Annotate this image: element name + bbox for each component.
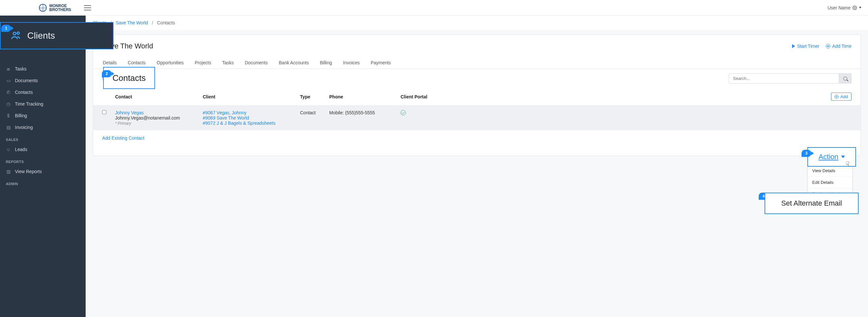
sidebar-section-admin: ADMIN (0, 177, 86, 188)
dollar-icon: $ (6, 113, 11, 118)
search-input[interactable] (729, 74, 839, 84)
clock-icon: ◷ (6, 101, 11, 107)
sidebar-item-view-reports[interactable]: ▥ View Reports (0, 166, 86, 177)
sidebar-section-reports: REPORTS (0, 155, 86, 166)
chart-icon: ▥ (6, 169, 11, 174)
sidebar-item-invoicing[interactable]: ▤ Invoicing (0, 121, 86, 133)
main-content: Clients / Save The World / Contacts Save… (86, 16, 868, 317)
user-name: User Name (828, 5, 850, 10)
document-icon: ▤ (6, 125, 11, 130)
brand-line2: BROTHERS (49, 8, 71, 12)
row-type: Contact (300, 110, 329, 115)
callout-set-alternate-email[interactable]: Set Alternate Email (765, 193, 859, 214)
tab-projects[interactable]: Projects (194, 57, 212, 68)
col-contact: Contact (115, 94, 203, 99)
tab-invoices[interactable]: Invoices (343, 57, 360, 68)
brand-logo: MONROE BROTHERS (39, 4, 71, 12)
list-icon: ≣ (6, 66, 11, 71)
sidebar-item-billing[interactable]: $ Billing (0, 110, 86, 121)
contact-email: Johnny.Vegas@notanemail.com (115, 115, 180, 120)
brand-line1: MONROE (49, 4, 71, 8)
tab-documents[interactable]: Documents (244, 57, 269, 68)
table-header: Contact Client Type Phone Client Portal … (93, 88, 861, 106)
sidebar-label: Time Tracking (15, 101, 43, 107)
client-link-1[interactable]: #9067 Vegas, Johnny (203, 110, 247, 115)
callout-badge-1: 1 (1, 25, 11, 32)
row-phone: Mobile: (555)555-5555 (329, 110, 401, 115)
phone-icon: ✆ (6, 90, 11, 95)
client-link-3[interactable]: #9072 J & J Bagels & Spreadsheets (203, 120, 275, 126)
sidebar-item-contacts[interactable]: ✆ Contacts (0, 86, 86, 98)
sidebar-item-leads[interactable]: ☺ Leads (0, 144, 86, 155)
client-link-2[interactable]: #9069 Save The World (203, 115, 249, 120)
clients-icon (10, 30, 22, 42)
people-icon: ☺ (6, 147, 11, 152)
tab-bank-accounts[interactable]: Bank Accounts (278, 57, 310, 68)
dropdown-edit-details[interactable]: Edit Details (808, 177, 852, 189)
table-row: Johnny Vegas Johnny.Vegas@notanemail.com… (93, 106, 861, 130)
sidebar-item-time-tracking[interactable]: ◷ Time Tracking (0, 98, 86, 110)
col-portal: Client Portal (401, 94, 465, 99)
cursor-hand-icon: ☟ (846, 160, 849, 168)
col-phone: Phone (329, 94, 401, 99)
start-timer-button[interactable]: Start Timer (792, 44, 819, 49)
sidebar-label: Documents (15, 78, 38, 83)
sidebar-label: Invoicing (15, 125, 33, 130)
sidebar-section-sales: SALES (0, 133, 86, 144)
svg-point-1 (13, 32, 16, 35)
sidebar-label: Billing (15, 113, 27, 118)
callout-contacts-tab[interactable]: Contacts (103, 67, 155, 89)
tab-billing[interactable]: Billing (319, 57, 333, 68)
hamburger-menu-icon[interactable] (84, 5, 91, 10)
tab-payments[interactable]: Payments (370, 57, 392, 68)
breadcrumb-current: Contacts (157, 20, 175, 25)
content-panel: Save The World Start Timer Add Time Deta… (93, 34, 861, 156)
folder-icon: ▭ (6, 78, 11, 83)
col-type: Type (300, 94, 329, 99)
search-button[interactable] (839, 74, 851, 84)
sidebar-item-tasks[interactable]: ≣ Tasks (0, 63, 86, 75)
gear-icon (852, 5, 857, 10)
callout-badge-2: 2 (102, 70, 112, 77)
sidebar-label: Leads (15, 147, 27, 152)
tab-opportunities[interactable]: Opportunities (156, 57, 184, 68)
callout-clients-nav[interactable]: Clients (0, 22, 114, 49)
plus-icon (835, 95, 838, 99)
portal-check-icon (401, 110, 406, 115)
sidebar-item-documents[interactable]: ▭ Documents (0, 75, 86, 86)
sidebar-label: Contacts (15, 90, 33, 95)
sidebar: ⌂ Dashboard ≣ Tasks ▭ Documents ✆ Contac… (0, 16, 86, 317)
add-existing-contact-link[interactable]: Add Existing Contact (102, 136, 144, 141)
caret-down-icon (859, 7, 862, 8)
svg-point-2 (17, 32, 20, 34)
add-time-button[interactable]: Add Time (826, 44, 851, 49)
callout-action[interactable]: Action ☟ (807, 147, 856, 167)
globe-icon (39, 4, 47, 12)
plus-circle-icon (826, 44, 830, 49)
svg-point-0 (854, 7, 855, 8)
col-client: Client (203, 94, 300, 99)
row-checkbox[interactable] (102, 110, 106, 114)
play-icon (792, 44, 795, 48)
user-menu[interactable]: User Name (828, 5, 862, 10)
sidebar-label: View Reports (15, 169, 42, 174)
sidebar-label: Tasks (15, 66, 27, 71)
contact-name-link[interactable]: Johnny Vegas (115, 110, 144, 115)
caret-down-icon (841, 155, 845, 158)
top-bar: MONROE BROTHERS User Name (0, 0, 868, 16)
callout-badge-3: 3 (802, 150, 811, 157)
search-icon (843, 77, 847, 81)
add-contact-button[interactable]: Add (831, 92, 851, 101)
breadcrumb-client-name[interactable]: Save The World (116, 20, 148, 25)
primary-badge: * Primary (115, 121, 131, 126)
tab-tasks[interactable]: Tasks (221, 57, 235, 68)
tabs: Details Contacts Opportunities Projects … (93, 54, 861, 69)
breadcrumb: Clients / Save The World / Contacts (86, 16, 868, 30)
